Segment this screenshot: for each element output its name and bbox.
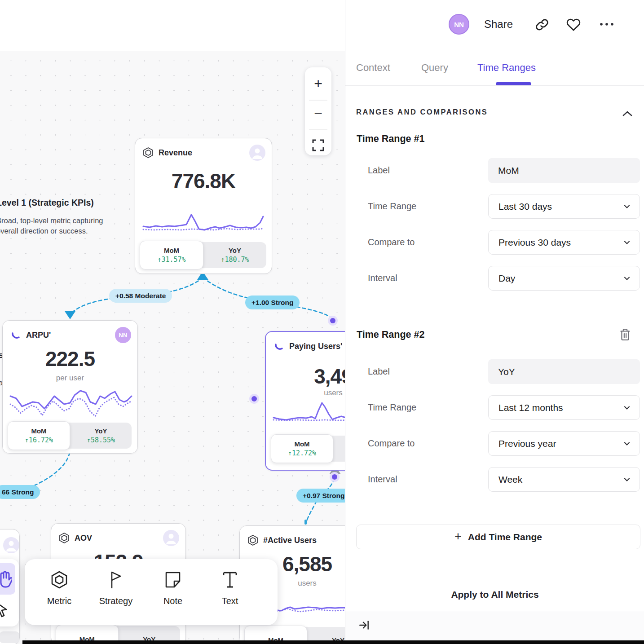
label-input[interactable]: MoM — [488, 158, 640, 183]
metric-title: AOV — [75, 534, 92, 543]
tool-metric[interactable]: Metric — [35, 570, 84, 606]
metric-title: ARPU' — [26, 331, 51, 340]
chip-label: YoY — [94, 427, 107, 435]
field-label: Label — [368, 158, 390, 183]
field-label: Compare to — [368, 431, 415, 456]
connector-dot[interactable] — [330, 318, 335, 323]
apply-all-metrics-button[interactable]: Apply to All Metrics — [345, 589, 644, 600]
select-value: Previous year — [498, 438, 556, 449]
mom-toggle[interactable]: MoM ↑12.72% — [271, 434, 333, 463]
metric-unit: per user — [3, 374, 137, 383]
chip-percent: ↑180.7% — [221, 256, 249, 264]
chip-label: MoM — [164, 247, 179, 254]
time-range-select[interactable]: Last 30 days — [488, 194, 640, 219]
settings-panel: Context Query Time Ranges RANGES AND COM… — [345, 0, 644, 644]
time-range-select[interactable]: Last 12 months — [488, 395, 640, 420]
add-time-range-button[interactable]: + Add Time Range — [356, 525, 640, 549]
select-tool-button[interactable] — [0, 601, 9, 619]
correlation-badge[interactable]: +0.97 Strong — [296, 489, 351, 503]
zoom-out-button[interactable]: − — [305, 105, 331, 122]
select-value: Last 12 months — [498, 402, 563, 413]
flag-icon — [106, 570, 126, 590]
time-range-1-title: Time Range #1 — [357, 133, 424, 145]
metric-value: 776.8K — [135, 169, 272, 193]
chevron-down-icon — [622, 475, 631, 484]
tool-label: Text — [222, 596, 238, 606]
delete-time-range-button[interactable] — [619, 328, 631, 341]
chip-fragment — [0, 631, 19, 643]
note-icon — [163, 570, 183, 590]
divider — [345, 85, 644, 86]
fullscreen-button[interactable] — [312, 139, 324, 151]
spinner-icon — [273, 340, 285, 352]
user-avatar[interactable]: NN — [449, 14, 469, 35]
connector-dot[interactable] — [251, 396, 257, 401]
chevron-down-icon — [622, 202, 631, 211]
compare-to-select[interactable]: Previous 30 days — [488, 230, 640, 255]
sparkline-chart — [141, 209, 266, 241]
hand-tool-button[interactable] — [0, 563, 15, 595]
time-range-2-title: Time Range #2 — [357, 329, 424, 340]
metric-value: 222.5 — [3, 347, 137, 371]
correlation-badge[interactable]: 66 Strong — [0, 485, 40, 499]
metric-hexagon-icon — [142, 147, 154, 159]
canvas-note-body: Broad, top-level metric capturing overal… — [0, 216, 109, 236]
yoy-toggle[interactable]: YoY ↑180.7% — [203, 242, 266, 268]
section-heading: RANGES AND COMPARISONS — [356, 108, 488, 116]
collaborator-avatar: NN — [115, 327, 131, 343]
tool-label: Note — [163, 596, 182, 606]
tool-note[interactable]: Note — [148, 570, 198, 606]
active-tab-indicator — [496, 82, 531, 85]
label-input[interactable]: YoY — [488, 359, 640, 384]
tab-time-ranges[interactable]: Time Ranges — [477, 62, 536, 74]
tab-query[interactable]: Query — [421, 62, 448, 74]
connector-dot[interactable] — [332, 474, 337, 480]
tool-text[interactable]: Text — [205, 570, 255, 606]
field-label: Time Range — [368, 395, 416, 420]
collapse-panel-button[interactable] — [358, 619, 370, 631]
divider — [345, 567, 644, 567]
canvas-toolbar: Metric Strategy Note Text — [25, 559, 278, 625]
trash-icon — [619, 328, 631, 341]
tool-column — [0, 559, 19, 626]
interval-select[interactable]: Day — [488, 266, 640, 291]
tool-strategy[interactable]: Strategy — [91, 570, 141, 606]
bottom-edge-bar — [22, 640, 644, 644]
heart-icon — [566, 18, 581, 32]
metric-title: Revenue — [159, 148, 192, 158]
metric-card-revenue[interactable]: Revenue 776.8K MoM ↑31.57% YoY ↑180.7% — [135, 138, 272, 274]
share-button[interactable]: Share — [484, 18, 513, 31]
mom-toggle[interactable]: MoM ↑16.72% — [8, 421, 70, 450]
metric-card-arpu[interactable]: ARPU' NN 222.5 per user MoM ↑16.72% YoY … — [2, 320, 138, 454]
metric-hexagon-icon — [247, 534, 259, 546]
chip-percent: ↑31.57% — [157, 256, 185, 264]
chevron-up-icon — [622, 110, 632, 117]
panel-footer — [345, 612, 644, 644]
spinner-icon — [10, 329, 22, 341]
select-value: Week — [498, 474, 522, 485]
collapse-section-button[interactable] — [622, 110, 632, 117]
chevron-down-icon — [622, 274, 631, 283]
yoy-toggle[interactable]: YoY ↑58.55% — [70, 423, 132, 449]
zoom-in-button[interactable]: + — [305, 75, 331, 92]
chip-label: YoY — [229, 247, 241, 254]
more-options-button[interactable] — [599, 22, 615, 27]
ellipsis-icon — [599, 22, 615, 27]
compare-to-select[interactable]: Previous year — [488, 431, 640, 456]
interval-select[interactable]: Week — [488, 467, 640, 492]
hand-icon — [0, 570, 12, 588]
mom-toggle[interactable]: MoM ↑31.57% — [140, 241, 203, 269]
select-value: Day — [498, 273, 515, 284]
correlation-badge[interactable]: +0.58 Moderate — [109, 289, 172, 303]
correlation-badge[interactable]: +1.00 Strong — [245, 296, 300, 309]
chevron-down-icon — [622, 403, 631, 412]
chevron-down-icon — [622, 238, 631, 247]
favorite-button[interactable] — [566, 18, 581, 32]
tab-context[interactable]: Context — [356, 62, 390, 74]
chip-label: MoM — [31, 427, 46, 435]
owner-avatar-icon — [249, 145, 265, 161]
copy-link-button[interactable] — [535, 18, 549, 31]
metric-hexagon-icon — [58, 532, 70, 544]
chip-label: MoM — [294, 440, 309, 448]
chip-percent: ↑16.72% — [25, 436, 53, 444]
